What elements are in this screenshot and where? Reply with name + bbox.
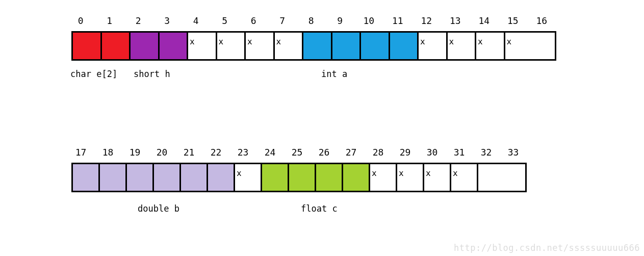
byte-index: 1 xyxy=(95,15,124,26)
byte-index: 33 xyxy=(500,147,527,158)
byte-cell xyxy=(262,164,289,191)
byte-cells-row-2: xxxxx xyxy=(71,163,527,192)
byte-cell xyxy=(131,33,160,59)
byte-cell xyxy=(73,164,100,191)
byte-index: 25 xyxy=(284,147,311,158)
byte-cell: x xyxy=(419,33,448,59)
byte-cell: x xyxy=(217,33,246,59)
byte-index: 9 xyxy=(326,15,355,26)
byte-index: 4 xyxy=(182,15,211,26)
byte-cell xyxy=(316,164,343,191)
byte-index: 6 xyxy=(239,15,268,26)
byte-cell xyxy=(160,33,189,59)
byte-index: 27 xyxy=(338,147,365,158)
byte-index: 17 xyxy=(67,147,94,158)
byte-index: 2 xyxy=(124,15,153,26)
byte-index: 12 xyxy=(412,15,441,26)
byte-index: 20 xyxy=(148,147,175,158)
byte-index: 8 xyxy=(297,15,326,26)
byte-indices-row-1: 012345678910111213141516 xyxy=(71,15,556,26)
byte-cell: x xyxy=(397,164,424,191)
byte-index: 29 xyxy=(392,147,419,158)
byte-index: 21 xyxy=(175,147,202,158)
byte-cell: x xyxy=(235,164,262,191)
byte-cell: x xyxy=(246,33,275,59)
byte-index: 26 xyxy=(311,147,338,158)
byte-cell xyxy=(102,33,131,59)
label-char-e: char e[2] xyxy=(70,69,117,79)
byte-index: 31 xyxy=(446,147,473,158)
label-float-c: float c xyxy=(301,203,338,214)
byte-index: 32 xyxy=(473,147,500,158)
byte-cell xyxy=(390,33,419,59)
byte-cell xyxy=(100,164,127,191)
byte-cell xyxy=(303,33,332,59)
byte-indices-row-2: 1718192021222324252627282930313233 xyxy=(71,147,527,158)
label-int-a: int a xyxy=(321,69,347,79)
byte-index: 16 xyxy=(527,15,556,26)
byte-cell: x xyxy=(275,33,304,59)
byte-index: 3 xyxy=(153,15,182,26)
byte-cell xyxy=(478,164,505,191)
byte-cell: x xyxy=(476,33,505,59)
label-double-b: double b xyxy=(138,203,179,214)
byte-index: 13 xyxy=(441,15,470,26)
byte-index: 7 xyxy=(268,15,297,26)
byte-cell xyxy=(154,164,181,191)
label-short-h: short h xyxy=(134,69,170,79)
byte-index: 19 xyxy=(121,147,148,158)
byte-index: 24 xyxy=(256,147,284,158)
byte-cells-row-1: xxxxxxxx xyxy=(71,31,556,61)
byte-index: 22 xyxy=(202,147,229,158)
byte-index: 18 xyxy=(94,147,121,158)
byte-index: 14 xyxy=(470,15,499,26)
byte-index: 28 xyxy=(365,147,392,158)
byte-row-1: 012345678910111213141516 xxxxxxxx char e… xyxy=(71,15,556,89)
byte-index: 10 xyxy=(354,15,383,26)
byte-index: 30 xyxy=(419,147,446,158)
byte-index: 11 xyxy=(383,15,413,26)
byte-index: 15 xyxy=(499,15,528,26)
byte-cell xyxy=(127,164,154,191)
byte-index: 23 xyxy=(229,147,256,158)
byte-cell xyxy=(332,33,362,59)
byte-cell: x xyxy=(424,164,451,191)
byte-cell xyxy=(343,164,370,191)
byte-cell xyxy=(208,164,235,191)
byte-cell xyxy=(181,164,208,191)
byte-cell: x xyxy=(370,164,397,191)
watermark: http://blog.csdn.net/sssssuuuuu666 xyxy=(454,243,640,253)
byte-cell xyxy=(289,164,316,191)
byte-cell xyxy=(73,33,102,59)
byte-cell xyxy=(361,33,390,59)
byte-cell: x xyxy=(188,33,217,59)
byte-index: 0 xyxy=(66,15,95,26)
byte-row-2: 1718192021222324252627282930313233 xxxxx… xyxy=(71,147,527,224)
byte-cell: x xyxy=(505,33,534,59)
byte-index: 5 xyxy=(211,15,240,26)
byte-cell: x xyxy=(451,164,478,191)
byte-cell: x xyxy=(448,33,477,59)
